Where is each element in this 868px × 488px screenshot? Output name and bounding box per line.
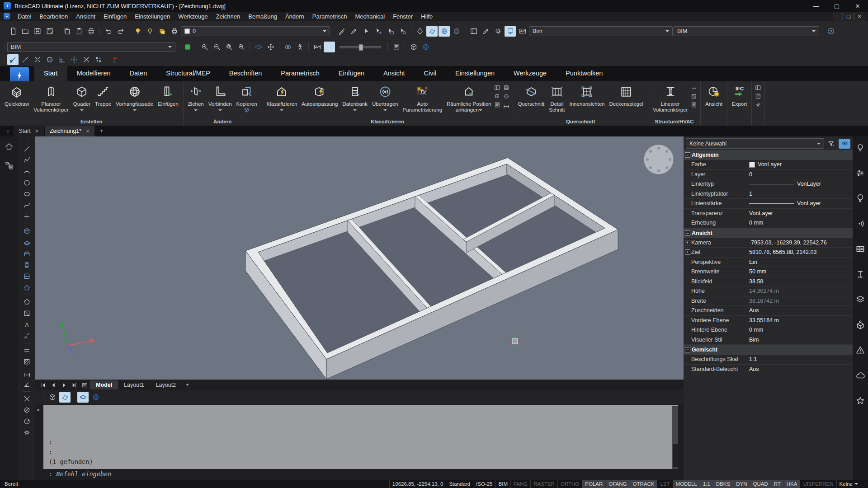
snap-cen-button[interactable]: [44, 54, 55, 65]
status-toggle-ofang[interactable]: OFANG: [605, 480, 629, 488]
snap-mid-button[interactable]: [19, 54, 31, 65]
bim-wall-button[interactable]: [21, 248, 33, 259]
sheet-button[interactable]: [391, 42, 402, 52]
model-viewport[interactable]: [35, 136, 684, 380]
home-button[interactable]: [3, 140, 15, 153]
open-folder-button[interactable]: [19, 26, 31, 37]
property-row-höhe[interactable]: Höhe14.30274 m: [684, 286, 853, 296]
balloon-panel-button[interactable]: [855, 193, 865, 205]
cursor-multi-button[interactable]: [385, 26, 396, 37]
nav-next-button[interactable]: [59, 381, 69, 389]
menu-parametrisch[interactable]: Parametrisch: [308, 13, 351, 20]
zoom-ext-button[interactable]: [223, 42, 235, 52]
blank-button[interactable]: [324, 42, 335, 52]
property-value[interactable]: 5810.78, 6565.88, 2142.03: [749, 249, 853, 255]
status-toggle-dbks[interactable]: DBKS: [713, 480, 733, 488]
text-a-button[interactable]: A: [21, 319, 33, 330]
layer-combo[interactable]: 0: [181, 26, 330, 36]
detail-slider[interactable]: [340, 46, 381, 48]
cursor-sel-button[interactable]: [360, 26, 372, 37]
mdi-control-2[interactable]: ✕: [854, 13, 864, 20]
zoom-out-button[interactable]: [211, 42, 222, 52]
ribbon-tab-civil[interactable]: Civil: [415, 66, 446, 81]
property-value[interactable]: 50 mm: [749, 268, 853, 275]
property-value[interactable]: 38.16742 m: [749, 298, 853, 304]
menu-datei[interactable]: Datei: [14, 13, 35, 20]
menu-bearbeiten[interactable]: Bearbeiten: [35, 13, 72, 20]
nav-last-button[interactable]: [69, 381, 80, 389]
bim-slab-button[interactable]: [21, 237, 33, 248]
collapse-icon[interactable]: −: [685, 347, 690, 352]
status-toggle-raster[interactable]: RASTER: [530, 480, 557, 488]
new-doc-tab-button[interactable]: +: [95, 126, 107, 136]
selection-filter-combo[interactable]: Keine Auswahl: [686, 138, 824, 149]
spline-button[interactable]: [21, 200, 33, 211]
ribbon-button-autoanpassung[interactable]: Autoanpassung: [299, 82, 340, 113]
box3d-button[interactable]: [408, 42, 419, 52]
ceiling-button[interactable]: [502, 84, 510, 91]
snap-none-button[interactable]: [21, 393, 33, 404]
printer-button[interactable]: [169, 26, 180, 37]
snap-none-button[interactable]: [80, 54, 92, 65]
interior-button[interactable]: [493, 92, 501, 100]
menu-hilfe[interactable]: Hilfe: [417, 13, 437, 20]
property-row-linienstärke[interactable]: LinienstärkeVonLayer: [684, 199, 853, 209]
monitor-blue-button[interactable]: [505, 26, 516, 37]
region-button[interactable]: [21, 308, 33, 319]
ribbon-button-quader[interactable]: Quader: [71, 82, 93, 113]
close-icon[interactable]: ✕: [35, 128, 39, 134]
property-value[interactable]: Aus: [749, 307, 853, 314]
doc-tab-drag-handle[interactable]: ⠿: [4, 130, 13, 136]
redo-button[interactable]: [115, 26, 126, 37]
cube-panel-button[interactable]: [855, 320, 865, 332]
leader-a-button[interactable]: A: [21, 330, 33, 342]
filter-funnel-icon[interactable]: [826, 139, 836, 149]
ribbon-tab-einstellungen[interactable]: Einstellungen: [446, 66, 504, 81]
render-panel-button[interactable]: [855, 219, 865, 230]
close-icon[interactable]: ✕: [85, 128, 90, 134]
ribbon-button-deckenspiegel[interactable]: Deckenspiegel: [607, 82, 645, 113]
section-ansicht[interactable]: −Ansicht: [684, 228, 853, 238]
ribbon-tab-structuralmep[interactable]: Structural/MEP: [156, 66, 220, 81]
menu-zeichnen[interactable]: Zeichnen: [212, 13, 244, 20]
orbit-button[interactable]: [253, 42, 264, 52]
pencil-button[interactable]: [348, 26, 359, 37]
status-toggle-quad[interactable]: QUAD: [750, 480, 770, 488]
ribbon-tab-werkzeuge[interactable]: Werkzeuge: [504, 66, 556, 81]
mdi-control-1[interactable]: ▢: [844, 13, 854, 20]
plane-blue-button[interactable]: [59, 392, 71, 403]
warning-panel-button[interactable]: [855, 345, 865, 357]
sheet-button[interactable]: [493, 101, 501, 108]
globe-blue-button[interactable]: [90, 392, 101, 403]
diamond-button[interactable]: [414, 26, 425, 37]
status-toggle-lst[interactable]: LST: [657, 480, 672, 488]
minimize-button[interactable]: —: [806, 0, 826, 12]
status-toggle-polar[interactable]: POLAR: [582, 480, 605, 488]
sheet-button[interactable]: [754, 92, 762, 100]
property-row-zuschneiden[interactable]: ZuschneidenAus: [684, 306, 853, 316]
status-toggle-bim[interactable]: BIM: [495, 480, 510, 488]
toolbar-drag-handle[interactable]: ⋮: [41, 394, 45, 400]
property-row-transparenz[interactable]: TransparenzVonLayer: [684, 209, 853, 219]
sliders-panel-button[interactable]: [855, 168, 865, 180]
layout-tab-layout2[interactable]: Layout2: [150, 380, 182, 389]
gear-button[interactable]: [21, 427, 33, 438]
ribbon-button-übertragen[interactable]: Übertragen: [370, 82, 401, 113]
property-value[interactable]: 0 mm: [749, 327, 853, 333]
ribbon-button-ansicht[interactable]: Ansicht: [703, 82, 725, 113]
offset-button[interactable]: [21, 345, 33, 356]
redflag-button[interactable]: [110, 54, 121, 65]
property-row-beschriftungsskal[interactable]: Beschriftungs Skal1:1: [684, 355, 853, 365]
scrollbar-thumb[interactable]: [673, 444, 678, 467]
box3d-button[interactable]: [47, 392, 58, 403]
layout-tab-layout1[interactable]: Layout1: [118, 380, 150, 389]
sphere-blue-button[interactable]: [439, 26, 450, 37]
orbit-button[interactable]: [77, 392, 89, 403]
ribbon-button-treppe[interactable]: Treppe: [93, 82, 113, 113]
ribbon-button-datenbank[interactable]: Datenbank: [340, 82, 370, 113]
property-value[interactable]: VonLayer: [749, 200, 853, 206]
bim-workspace-combo[interactable]: BIM: [7, 42, 175, 52]
bim-col-button[interactable]: [21, 259, 33, 271]
property-value[interactable]: 1: [749, 191, 853, 197]
snap-cen-button[interactable]: [502, 92, 510, 100]
